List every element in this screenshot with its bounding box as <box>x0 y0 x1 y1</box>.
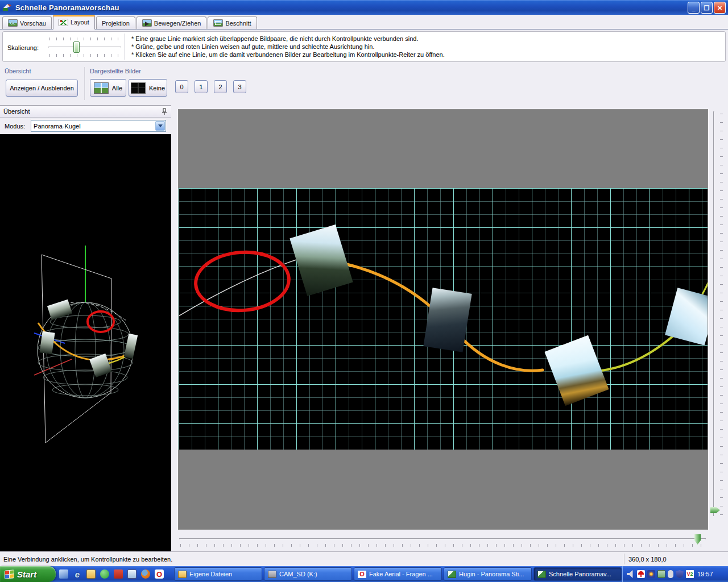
tab-layout[interactable]: Layout <box>53 15 95 30</box>
info-icon[interactable] <box>100 569 109 579</box>
overview-panel-header: Übersicht <box>0 106 171 118</box>
task-hugin[interactable]: Hugin - Panorama Sti... <box>444 567 532 581</box>
images-group-caption: Dargestellte Bilder <box>90 68 141 74</box>
window-title: Schnelle Panoramavorschau <box>15 3 119 12</box>
task-fake-aerial[interactable]: O Fake Aerial - Fragen ... <box>354 567 442 581</box>
show-all-images-button[interactable]: Alle <box>90 79 126 97</box>
pin-icon[interactable] <box>160 108 168 115</box>
panel-divider <box>125 34 125 60</box>
slider-ticks <box>49 54 120 57</box>
layout-canvas[interactable] <box>178 109 708 530</box>
mode-value: Panorama-Kugel <box>31 123 81 130</box>
image-toggle-3[interactable]: 3 <box>233 80 246 93</box>
sphere-image-0 <box>47 300 72 320</box>
task-schnelle-panoramavorschau[interactable]: Schnelle Panoramav... <box>533 567 622 581</box>
show-hide-overview-button[interactable]: Anzeigen / Ausblenden <box>6 80 78 97</box>
folder-icon[interactable] <box>86 569 96 579</box>
gl-preview-icon: GL <box>8 19 18 27</box>
outlook-express-icon[interactable] <box>59 569 68 579</box>
annotation-circle-sphere <box>88 311 114 332</box>
windows-flag-icon <box>5 569 14 579</box>
no-images-icon <box>131 82 146 94</box>
tab-vorschau[interactable]: GL Vorschau <box>2 16 52 29</box>
status-separator <box>624 554 624 564</box>
folder-icon <box>178 571 187 578</box>
tab-projektion[interactable]: Projektion <box>96 16 135 29</box>
show-no-images-button[interactable]: Keine <box>129 79 167 97</box>
task-eigene-dateien[interactable]: Eigene Dateien <box>174 567 262 581</box>
shield-icon[interactable] <box>676 570 684 578</box>
sphere-image-2 <box>89 354 112 377</box>
overview-dock-panel: Übersicht Modus: Panorama-Kugel <box>0 105 171 551</box>
slider-track[interactable] <box>48 47 121 48</box>
layout-grid-icon <box>59 19 68 26</box>
start-button[interactable]: Start <box>0 566 56 582</box>
taskbar-clock: 19:57 <box>697 571 713 577</box>
task-buttons: Eigene Dateien CAM_SD (K:) O Fake Aerial… <box>174 567 622 581</box>
save-disk-icon[interactable] <box>114 569 123 579</box>
hfov-slider[interactable] <box>178 532 708 550</box>
hfov-thumb[interactable] <box>694 534 701 544</box>
hugin-app-icon <box>2 3 13 12</box>
chevron-down-icon[interactable] <box>155 121 165 131</box>
task-cam-sd[interactable]: CAM_SD (K:) <box>264 567 352 581</box>
mode-combobox[interactable]: Panorama-Kugel <box>31 120 166 132</box>
drag-image-icon <box>142 19 152 27</box>
volume-icon[interactable] <box>627 570 635 578</box>
avira-umbrella-icon[interactable] <box>637 570 645 578</box>
note-gray-lines: * Eine graue Linie markiert sich überlap… <box>131 35 445 43</box>
hugin-icon <box>537 571 546 578</box>
mode-row: Modus: Panorama-Kugel <box>0 118 171 134</box>
note-click-line: * Klicken Sie auf eine Linie, um die dam… <box>131 51 445 59</box>
vfov-slider[interactable] <box>710 109 727 530</box>
notes-icon[interactable] <box>127 569 136 579</box>
connection-orange-line-2[interactable] <box>458 335 543 371</box>
vfov-thumb[interactable] <box>710 507 720 513</box>
panorama-size: 360,0 x 180,0 <box>628 552 725 567</box>
sphere-wireframe <box>0 134 171 552</box>
close-button[interactable]: ✕ <box>714 2 726 14</box>
sphere-preview-viewport[interactable] <box>0 134 171 552</box>
tab-beschnitt[interactable]: Beschnitt <box>208 16 257 29</box>
sphere-image-1 <box>39 331 55 355</box>
scaling-label: Skalierung: <box>7 44 39 51</box>
tab-bewegen-ziehen[interactable]: Bewegen/Ziehen <box>136 16 207 29</box>
note-colored-lines: * Grüne, gelbe und roten Linien weisen a… <box>131 43 445 51</box>
controls-row: Übersicht Anzeigen / Ausblenden Dargeste… <box>0 64 728 103</box>
restore-button[interactable]: ❐ <box>701 2 713 14</box>
image-toggle-2[interactable]: 2 <box>214 80 227 93</box>
slider-ticks <box>49 38 120 40</box>
layout-info-panel: Skalierung: * Eine graue Linie markiert … <box>2 31 726 62</box>
minimize-button[interactable]: _ <box>688 2 700 14</box>
annotation-circle-canvas <box>194 249 291 313</box>
opera-icon[interactable]: O <box>155 569 164 579</box>
antivir-v2-icon[interactable]: V2 <box>686 570 694 578</box>
overview-group-caption: Übersicht <box>5 68 31 74</box>
usb-remove-icon[interactable] <box>657 570 665 578</box>
crop-image-icon <box>213 19 223 27</box>
titlebar: Schnelle Panoramavorschau _ ❐ ✕ <box>0 0 728 15</box>
tab-bar: GL Vorschau Layout Projektion Bewegen/Zi… <box>0 15 728 30</box>
connection-orange-line-1[interactable] <box>342 263 433 309</box>
image-toggle-0[interactable]: 0 <box>175 80 188 93</box>
touchpad-mouse-icon[interactable] <box>668 570 673 578</box>
firefox-icon[interactable] <box>141 569 150 579</box>
slider-thumb[interactable] <box>73 41 80 53</box>
internet-explorer-icon[interactable]: e <box>73 569 82 579</box>
vfov-ticks <box>720 114 723 515</box>
media-glow-icon[interactable] <box>647 570 655 578</box>
hugin-icon <box>448 571 456 578</box>
all-images-icon <box>94 82 109 94</box>
scaling-slider[interactable] <box>48 35 121 59</box>
opera-icon: O <box>358 571 366 578</box>
camera-drive-icon <box>268 571 276 578</box>
overview-panel-title: Übersicht <box>3 108 30 115</box>
vfov-track[interactable] <box>713 111 714 516</box>
app-window: Schnelle Panoramavorschau _ ❐ ✕ GL Vorsc… <box>0 0 728 582</box>
quick-launch-bar: e O <box>59 566 171 582</box>
hfov-track[interactable] <box>179 538 706 539</box>
image-toggle-1[interactable]: 1 <box>195 80 208 93</box>
group-separator <box>84 67 85 100</box>
status-message: Eine Verbindung anklicken, um Kontrollpu… <box>0 556 172 563</box>
status-bar: Eine Verbindung anklicken, um Kontrollpu… <box>0 551 728 566</box>
